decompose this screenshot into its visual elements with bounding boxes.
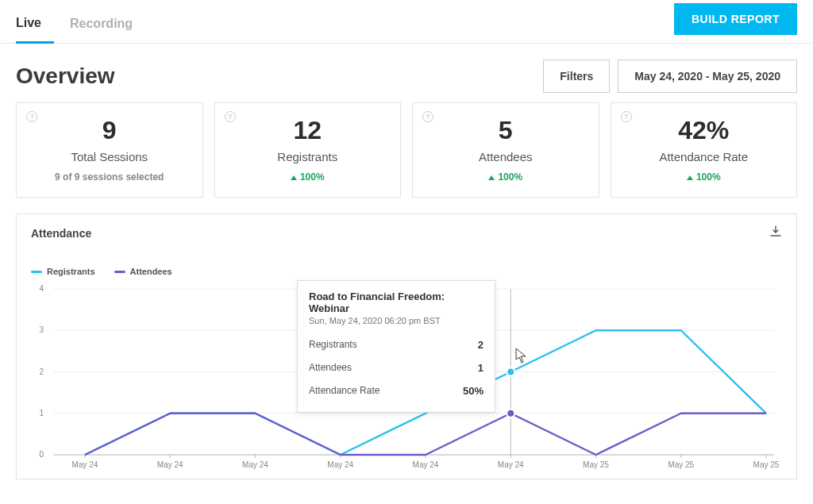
svg-text:May 25: May 25	[668, 460, 694, 469]
svg-text:0: 0	[39, 450, 44, 459]
legend-registrants[interactable]: Registrants	[31, 267, 95, 276]
filters-button[interactable]: Filters	[543, 60, 610, 93]
svg-text:May 24: May 24	[413, 460, 439, 469]
svg-text:May 24: May 24	[327, 460, 353, 469]
tooltip-row-value: 1	[478, 362, 484, 374]
legend-label: Attendees	[130, 267, 172, 276]
card-value: 9	[25, 116, 195, 145]
card-delta: 100%	[223, 171, 393, 183]
tooltip-row-value: 50%	[463, 385, 484, 397]
tooltip-row-label: Registrants	[309, 339, 357, 351]
svg-text:3: 3	[39, 325, 44, 334]
swatch-icon	[114, 271, 125, 273]
up-arrow-icon	[488, 175, 495, 180]
date-range-button[interactable]: May 24, 2020 - May 25, 2020	[618, 60, 797, 93]
build-report-button[interactable]: BUILD REPORT	[674, 3, 797, 35]
page-title: Overview	[16, 63, 115, 89]
tooltip-time: Sun, May 24, 2020 06:20 pm BST	[309, 316, 484, 325]
card-label: Attendees	[421, 150, 591, 164]
card-total-sessions: ? 9 Total Sessions 9 of 9 sessions selec…	[16, 102, 203, 198]
help-icon[interactable]: ?	[422, 111, 433, 122]
card-registrants: ? 12 Registrants 100%	[214, 102, 402, 198]
svg-text:May 24: May 24	[157, 460, 183, 469]
svg-text:2: 2	[39, 367, 44, 376]
svg-text:May 24: May 24	[242, 460, 268, 469]
card-value: 5	[421, 116, 591, 145]
tooltip-row-label: Attendees	[309, 362, 352, 374]
card-attendance-rate: ? 42% Attendance Rate 100%	[611, 102, 798, 198]
svg-text:1: 1	[39, 409, 44, 417]
attendance-chart-panel: Attendance Registrants Attendees 01234Ma…	[16, 214, 797, 479]
tab-recording[interactable]: Recording	[70, 9, 145, 42]
chart-title: Attendance	[31, 227, 782, 240]
card-label: Attendance Rate	[619, 150, 789, 164]
svg-text:May 25: May 25	[753, 460, 780, 469]
up-arrow-icon	[291, 175, 297, 180]
card-value: 42%	[619, 116, 789, 145]
help-icon[interactable]: ?	[225, 111, 236, 122]
card-subtext: 9 of 9 sessions selected	[25, 171, 195, 183]
card-label: Registrants	[223, 150, 393, 164]
tab-live[interactable]: Live	[16, 8, 54, 44]
card-label: Total Sessions	[25, 150, 195, 164]
legend-attendees[interactable]: Attendees	[114, 267, 172, 276]
card-delta: 100%	[421, 171, 591, 183]
legend-label: Registrants	[47, 267, 95, 276]
svg-text:May 24: May 24	[498, 460, 524, 469]
svg-text:May 24: May 24	[72, 460, 98, 469]
svg-point-30	[507, 368, 514, 376]
card-attendees: ? 5 Attendees 100%	[412, 102, 599, 198]
tooltip-row-value: 2	[478, 339, 484, 351]
tooltip-row-label: Attendance Rate	[309, 385, 380, 397]
svg-text:4: 4	[39, 284, 44, 293]
chart-tooltip: Road to Financial Freedom: Webinar Sun, …	[297, 280, 495, 413]
card-delta: 100%	[619, 171, 789, 183]
help-icon[interactable]: ?	[621, 111, 632, 122]
tooltip-title: Road to Financial Freedom: Webinar	[309, 290, 484, 314]
card-value: 12	[223, 116, 393, 145]
swatch-icon	[31, 271, 42, 273]
help-icon[interactable]: ?	[26, 111, 37, 122]
svg-point-31	[507, 410, 514, 417]
stat-cards: ? 9 Total Sessions 9 of 9 sessions selec…	[0, 102, 813, 198]
svg-text:May 25: May 25	[583, 460, 609, 469]
up-arrow-icon	[687, 175, 693, 180]
download-icon[interactable]	[769, 225, 782, 241]
